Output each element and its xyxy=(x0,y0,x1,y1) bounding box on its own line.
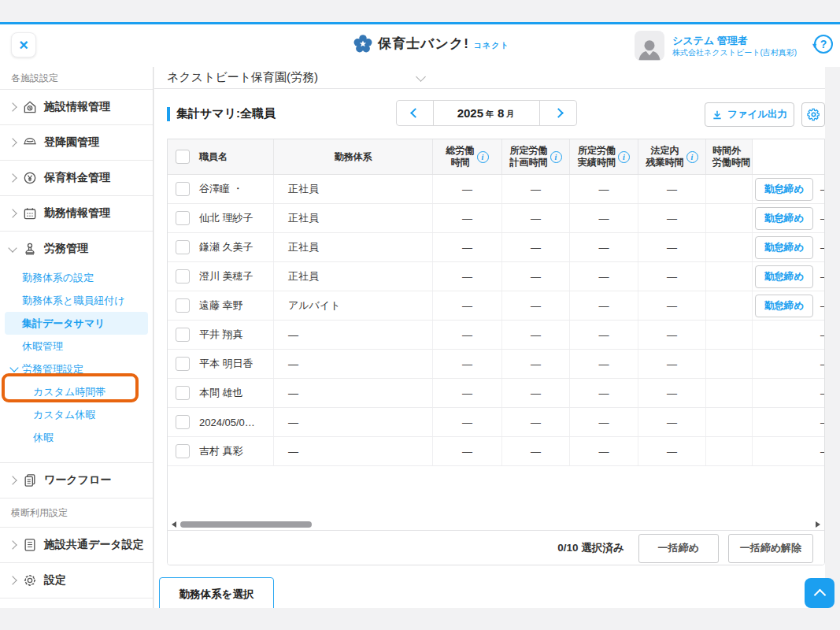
user-name: システム 管理者 xyxy=(672,34,797,47)
legal-overtime-cell: — xyxy=(638,437,706,465)
table-row: 澄川 美穂子正社員————勤怠締め— xyxy=(168,262,825,291)
scroll-to-top-button[interactable] xyxy=(805,578,834,608)
scroll-left-arrow[interactable] xyxy=(172,521,176,528)
staff-name: 平本 明日香 xyxy=(199,357,253,371)
kintai-close-button[interactable]: 勤怠締め xyxy=(755,207,813,230)
planned-hours-cell: — xyxy=(502,350,570,378)
sidebar-item-custom-leave[interactable]: カスタム休暇 xyxy=(0,403,153,426)
close-action-cell: 勤怠締め xyxy=(753,233,816,261)
edge-cell: — xyxy=(816,321,825,349)
row-checkbox[interactable] xyxy=(176,328,190,342)
row-checkbox[interactable] xyxy=(176,240,190,254)
row-checkbox[interactable] xyxy=(176,357,190,371)
sidebar-item-facility-info[interactable]: 施設情報管理 xyxy=(0,90,153,125)
worktype-cell: 正社員 xyxy=(274,262,433,291)
download-icon xyxy=(712,109,723,120)
staff-name: 吉村 真彩 xyxy=(199,444,243,458)
sidebar-item-worktype-settings[interactable]: 勤務体系の設定 xyxy=(0,266,153,289)
user-menu[interactable]: システム 管理者 株式会社ネクストビート(吉村真彩) ▼ xyxy=(635,31,818,61)
edge-cell: — xyxy=(816,379,825,407)
calendar-icon xyxy=(22,206,38,221)
scroll-right-arrow[interactable] xyxy=(816,521,820,528)
chevron-up-icon xyxy=(813,588,826,601)
total-hours-cell: — xyxy=(433,204,502,232)
sidebar-item-settings[interactable]: 設定 xyxy=(0,563,153,598)
sidebar-item-worktype-link[interactable]: 勤務体系と職員紐付け xyxy=(0,289,153,312)
kintai-close-button[interactable]: 勤怠締め xyxy=(755,236,813,259)
sidebar-item-workflow[interactable]: ワークフロー xyxy=(0,463,153,498)
actual-hours-cell: — xyxy=(570,291,638,320)
row-checkbox[interactable] xyxy=(176,298,190,313)
planned-hours-cell: — xyxy=(502,291,570,320)
chevron-down-icon xyxy=(9,363,18,372)
col-total-hours: 総労働時間 i xyxy=(433,139,502,174)
prev-month-button[interactable] xyxy=(397,101,434,125)
user-org: 株式会社ネクストビート(吉村真彩) xyxy=(672,47,797,57)
chevron-right-icon xyxy=(553,108,564,118)
hat-icon xyxy=(22,135,38,150)
file-export-button[interactable]: ファイル出力 xyxy=(705,102,794,127)
legal-overtime-cell: — xyxy=(638,408,706,436)
info-icon[interactable]: i xyxy=(686,151,698,163)
sidebar-section-facility: 各施設設定 xyxy=(0,67,153,90)
row-checkbox[interactable] xyxy=(176,386,190,400)
edge-cell: — xyxy=(816,204,825,232)
bulk-close-button[interactable]: 一括締め xyxy=(638,534,719,563)
document-lines-icon xyxy=(22,537,38,553)
kintai-close-button[interactable]: 勤怠締め xyxy=(755,265,813,288)
kintai-close-button[interactable]: 勤怠締め xyxy=(755,295,813,317)
edge-cell: — xyxy=(816,350,825,378)
worktype-cell: 正社員 xyxy=(274,204,433,232)
close-action-cell: 勤怠締め xyxy=(753,262,816,291)
actual-hours-cell: — xyxy=(570,204,638,232)
chevron-down-icon xyxy=(416,72,426,82)
chevron-right-icon xyxy=(8,476,17,484)
app-logo: 保育士バンク! コネクト xyxy=(353,34,509,54)
help-button[interactable]: ? xyxy=(814,35,833,54)
sidebar-item-common-data[interactable]: 施設共通データ設定 xyxy=(0,528,153,563)
scrollbar-thumb[interactable] xyxy=(180,521,312,528)
sidebar-item-fees[interactable]: 保育料金管理 xyxy=(0,161,153,196)
sidebar-item-labor-settings[interactable]: 労務管理設定 xyxy=(0,358,153,380)
table-footer: 0/10 選択済み 一括締め 一括締め解除 xyxy=(168,530,824,565)
row-checkbox[interactable] xyxy=(176,211,190,225)
sidebar-item-work-info[interactable]: 勤務情報管理 xyxy=(0,196,153,232)
sidebar-item-summary-data[interactable]: 集計データサマリ xyxy=(5,312,148,335)
actual-hours-cell: — xyxy=(570,350,638,378)
sidebar-item-attendance[interactable]: 登降園管理 xyxy=(0,125,153,161)
sidebar-item-leave-management[interactable]: 休暇管理 xyxy=(0,335,153,358)
close-button[interactable]: × xyxy=(11,32,36,57)
col-legal-overtime: 法定内残業時間 i xyxy=(638,139,706,174)
select-all-checkbox[interactable] xyxy=(176,150,190,164)
row-checkbox[interactable] xyxy=(176,269,190,284)
edge-cell: — xyxy=(816,437,825,465)
selection-count: 0/10 選択済み xyxy=(557,541,624,555)
facility-selector[interactable]: ネクストビート保育園(労務) xyxy=(154,67,825,89)
overtime-cell xyxy=(706,262,753,291)
select-worktype-button[interactable]: 勤務体系を選択 xyxy=(159,577,274,611)
kintai-close-button[interactable]: 勤怠締め xyxy=(755,178,813,201)
row-checkbox[interactable] xyxy=(176,415,190,429)
overtime-cell xyxy=(706,437,753,465)
row-checkbox[interactable] xyxy=(176,444,190,458)
overtime-cell xyxy=(706,350,753,378)
table-settings-button[interactable] xyxy=(801,102,825,127)
month-picker-value[interactable]: 2025 年 8 月 xyxy=(434,101,539,125)
info-icon[interactable]: i xyxy=(618,151,630,163)
row-checkbox[interactable] xyxy=(176,182,190,196)
sidebar-item-labor[interactable]: 労務管理 xyxy=(0,232,153,266)
total-hours-cell: — xyxy=(433,408,502,436)
legal-overtime-cell: — xyxy=(638,262,706,291)
actual-hours-cell: — xyxy=(570,321,638,349)
planned-hours-cell: — xyxy=(502,321,570,349)
sidebar-item-leave[interactable]: 休暇 xyxy=(0,426,153,449)
horizontal-scrollbar[interactable] xyxy=(168,519,824,530)
actual-hours-cell: — xyxy=(570,379,638,407)
next-month-button[interactable] xyxy=(539,101,576,125)
info-icon[interactable]: i xyxy=(477,151,489,163)
bulk-release-button[interactable]: 一括締め解除 xyxy=(728,534,813,563)
total-hours-cell: — xyxy=(433,291,502,320)
sidebar-item-custom-timezone[interactable]: カスタム時間帯 xyxy=(0,380,153,403)
info-icon[interactable]: i xyxy=(550,151,562,163)
worktype-cell: — xyxy=(274,350,433,378)
